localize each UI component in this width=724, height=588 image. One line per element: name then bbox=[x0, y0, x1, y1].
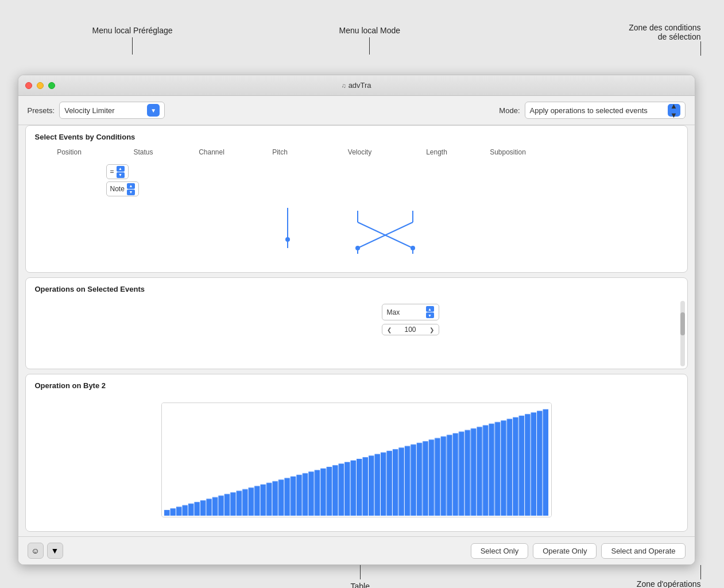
max-value-stepper[interactable]: ❮ 100 ❯ bbox=[382, 324, 439, 335]
velocity-cell bbox=[320, 160, 400, 196]
mode-spinner-button[interactable]: ▲ ▼ bbox=[668, 104, 680, 117]
svg-point-1 bbox=[285, 237, 290, 242]
channel-cell bbox=[183, 160, 241, 196]
action-buttons: Select Only Operate Only Select and Oper… bbox=[471, 543, 686, 559]
byte2-chart-container bbox=[35, 396, 678, 524]
traffic-lights bbox=[25, 82, 55, 89]
svg-point-9 bbox=[411, 246, 415, 250]
status-type-stepper[interactable]: ▲ ▼ bbox=[127, 183, 135, 195]
subposition-cell bbox=[474, 160, 543, 196]
presets-dropdown[interactable]: Velocity Limiter ▼ bbox=[59, 102, 165, 119]
bottom-left-buttons: ☺ ▼ bbox=[28, 543, 63, 559]
byte2-title: Operation on Byte 2 bbox=[35, 381, 678, 390]
window-title: ♫ advTra bbox=[341, 81, 371, 90]
select-and-operate-button[interactable]: Select and Operate bbox=[601, 543, 685, 559]
annotation-table: Table bbox=[351, 565, 370, 588]
position-cell bbox=[35, 160, 104, 196]
value-increase[interactable]: ❯ bbox=[429, 327, 434, 333]
presets-label: Presets: bbox=[28, 106, 55, 115]
presets-dropdown-button[interactable]: ▼ bbox=[147, 104, 160, 117]
max-up[interactable]: ▲ bbox=[426, 306, 434, 312]
col-status: Status bbox=[106, 147, 181, 157]
operations-scrollbar[interactable] bbox=[680, 301, 685, 366]
scrollbar-thumb[interactable] bbox=[680, 312, 685, 335]
operate-only-button[interactable]: Operate Only bbox=[533, 543, 597, 559]
title-icon: ♫ bbox=[341, 82, 346, 89]
status-cell: = ▲ ▼ Note ▲ ▼ bbox=[106, 160, 181, 196]
pitch-cell bbox=[243, 160, 318, 196]
max-control-area: Max ▲ ▼ ❮ 100 ❯ bbox=[382, 304, 439, 335]
main-window: ♫ advTra Presets: Velocity Limiter ▼ Mod… bbox=[18, 75, 695, 565]
status-eq-up[interactable]: ▲ bbox=[117, 166, 125, 172]
status-eq-stepper[interactable]: ▲ ▼ bbox=[117, 166, 125, 178]
bottom-bar: ☺ ▼ Select Only Operate Only Select and … bbox=[18, 536, 695, 564]
titlebar: ♫ advTra bbox=[18, 75, 695, 96]
velocity-graphic-area bbox=[35, 202, 678, 265]
operations-section: Operations on Selected Events Max ▲ ▼ ❮ … bbox=[25, 277, 688, 369]
conditions-graphic-svg bbox=[35, 202, 678, 265]
conditions-title: Select Events by Conditions bbox=[35, 133, 678, 141]
annotation-conditions-zone: Zone des conditions de sélection bbox=[586, 23, 701, 56]
col-channel: Channel bbox=[183, 147, 241, 157]
mode-label: Mode: bbox=[499, 106, 520, 115]
mode-area: Mode: Apply operations to selected event… bbox=[499, 102, 685, 119]
presets-area: Presets: Velocity Limiter ▼ bbox=[28, 102, 165, 119]
bottom-annotations: Table Zone d'opérations bbox=[18, 565, 707, 588]
maximize-button[interactable] bbox=[48, 82, 55, 89]
conditions-controls: = ▲ ▼ Note ▲ ▼ bbox=[35, 160, 678, 196]
dropdown-button[interactable]: ▼ bbox=[47, 543, 63, 559]
col-position: Position bbox=[35, 147, 104, 157]
svg-point-8 bbox=[355, 246, 360, 250]
status-eq-down[interactable]: ▼ bbox=[117, 172, 125, 178]
conditions-headers: Position Status Channel Pitch Velocity L… bbox=[35, 147, 678, 157]
annotation-mode: Menu local Mode bbox=[339, 26, 401, 57]
operations-title: Operations on Selected Events bbox=[35, 285, 678, 293]
status-eq-dropdown[interactable]: = ▲ ▼ bbox=[106, 164, 129, 179]
value-decrease[interactable]: ❮ bbox=[387, 327, 392, 333]
annotation-operations-zone: Zone d'opérations bbox=[637, 565, 701, 588]
byte2-chart[interactable] bbox=[161, 403, 552, 517]
select-only-button[interactable]: Select Only bbox=[471, 543, 528, 559]
col-pitch: Pitch bbox=[243, 147, 318, 157]
byte2-section: Operation on Byte 2 bbox=[25, 374, 688, 532]
minimize-button[interactable] bbox=[37, 82, 44, 89]
conditions-section: Select Events by Conditions Position Sta… bbox=[25, 125, 688, 273]
status-type-down[interactable]: ▼ bbox=[127, 189, 135, 195]
length-cell bbox=[402, 160, 471, 196]
annotation-presets: Menu local Préréglage bbox=[92, 26, 173, 57]
mode-dropdown[interactable]: Apply operations to selected events ▲ ▼ bbox=[525, 102, 686, 119]
col-length: Length bbox=[402, 147, 471, 157]
col-subposition: Subposition bbox=[474, 147, 543, 157]
col-velocity: Velocity bbox=[320, 147, 400, 157]
max-stepper[interactable]: ▲ ▼ bbox=[426, 306, 434, 318]
status-type-up[interactable]: ▲ bbox=[127, 183, 135, 189]
close-button[interactable] bbox=[25, 82, 32, 89]
toolbar: Presets: Velocity Limiter ▼ Mode: Apply … bbox=[18, 96, 695, 125]
max-dropdown[interactable]: Max ▲ ▼ bbox=[382, 304, 439, 320]
max-down[interactable]: ▼ bbox=[426, 312, 434, 318]
emoji-button[interactable]: ☺ bbox=[28, 543, 44, 559]
status-type-dropdown[interactable]: Note ▲ ▼ bbox=[106, 181, 139, 196]
